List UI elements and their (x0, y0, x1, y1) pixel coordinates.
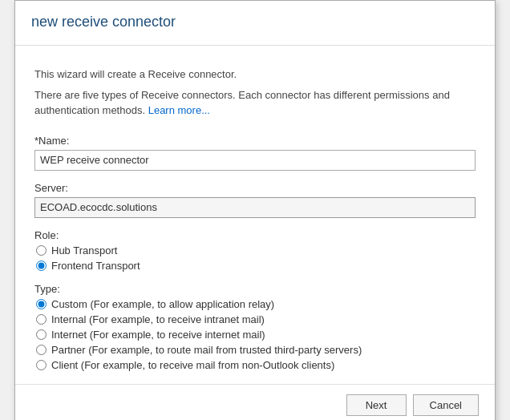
learn-more-link[interactable]: Learn more... (148, 104, 210, 116)
dialog-title-bar: new receive connector (15, 1, 495, 37)
type-partner-radio[interactable] (36, 345, 47, 355)
intro-line1: This wizard will create a Receive connec… (34, 67, 476, 83)
role-hub-transport[interactable]: Hub Transport (36, 244, 476, 256)
intro-line2: There are five types of Receive connecto… (34, 87, 476, 119)
type-partner[interactable]: Partner (For example, to route mail from… (36, 344, 476, 356)
type-internet[interactable]: Internet (For example, to receive intern… (36, 329, 476, 341)
type-internet-radio[interactable] (36, 329, 47, 340)
dialog-footer: Next Cancel (15, 384, 495, 421)
next-button[interactable]: Next (346, 394, 407, 416)
dialog-title: new receive connector (31, 14, 479, 30)
server-field-group: Server: (34, 182, 476, 218)
role-section: Role: Hub Transport Frontend Transport (34, 229, 476, 272)
server-input[interactable] (34, 197, 476, 218)
type-custom-radio[interactable] (36, 299, 47, 309)
type-radio-group: Custom (For example, to allow applicatio… (34, 298, 476, 371)
type-client-radio[interactable] (36, 360, 47, 370)
cancel-button[interactable]: Cancel (413, 394, 479, 416)
role-frontend-transport-radio[interactable] (36, 260, 47, 271)
type-label: Type: (34, 283, 476, 295)
server-label: Server: (34, 182, 476, 194)
role-hub-transport-radio[interactable] (36, 245, 47, 256)
role-radio-group: Hub Transport Frontend Transport (34, 244, 476, 272)
name-input[interactable] (34, 150, 476, 171)
dialog-body: This wizard will create a Receive connec… (15, 54, 495, 384)
name-field-group: *Name: (34, 135, 476, 171)
type-internal[interactable]: Internal (For example, to receive intran… (36, 313, 476, 325)
role-label: Role: (34, 229, 476, 241)
new-receive-connector-dialog: new receive connector This wizard will c… (14, 0, 496, 420)
type-client[interactable]: Client (For example, to receive mail fro… (36, 359, 476, 371)
type-section: Type: Custom (For example, to allow appl… (34, 283, 476, 371)
role-frontend-transport[interactable]: Frontend Transport (36, 260, 476, 272)
type-internal-radio[interactable] (36, 314, 47, 325)
type-custom[interactable]: Custom (For example, to allow applicatio… (36, 298, 476, 310)
name-label: *Name: (34, 135, 476, 147)
